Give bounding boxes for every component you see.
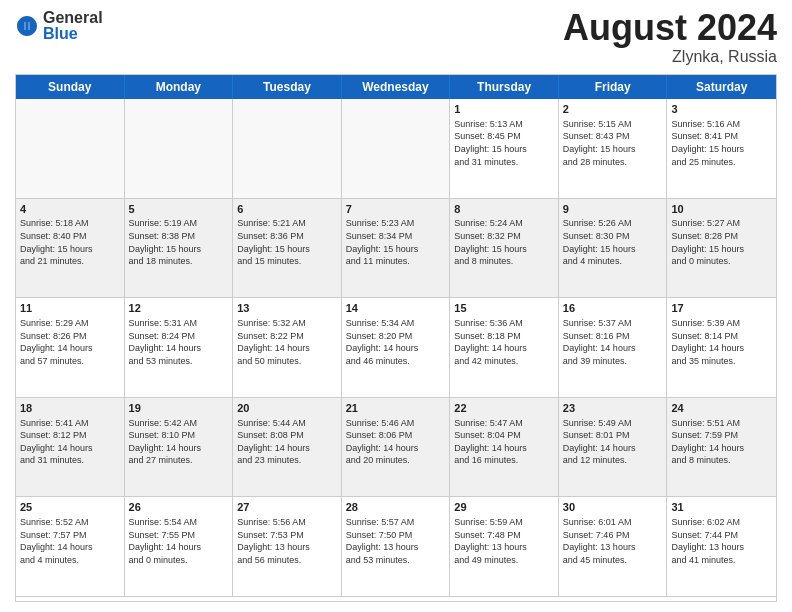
- day-info: Sunrise: 5:27 AM Sunset: 8:28 PM Dayligh…: [671, 217, 772, 267]
- page: General Blue August 2024 Zlynka, Russia …: [0, 0, 792, 612]
- day-number: 25: [20, 500, 120, 515]
- title-location: Zlynka, Russia: [563, 48, 777, 66]
- day-number: 11: [20, 301, 120, 316]
- day-number: 29: [454, 500, 554, 515]
- day-number: 14: [346, 301, 446, 316]
- logo-blue-text: Blue: [43, 26, 103, 42]
- header: General Blue August 2024 Zlynka, Russia: [15, 10, 777, 66]
- calendar-cell: 11Sunrise: 5:29 AM Sunset: 8:26 PM Dayli…: [16, 298, 125, 398]
- day-number: 2: [563, 102, 663, 117]
- day-info: Sunrise: 5:54 AM Sunset: 7:55 PM Dayligh…: [129, 516, 229, 566]
- day-number: 31: [671, 500, 772, 515]
- day-number: 15: [454, 301, 554, 316]
- day-info: Sunrise: 5:59 AM Sunset: 7:48 PM Dayligh…: [454, 516, 554, 566]
- calendar-cell: 28Sunrise: 5:57 AM Sunset: 7:50 PM Dayli…: [342, 497, 451, 597]
- calendar-cell: 16Sunrise: 5:37 AM Sunset: 8:16 PM Dayli…: [559, 298, 668, 398]
- day-info: Sunrise: 5:24 AM Sunset: 8:32 PM Dayligh…: [454, 217, 554, 267]
- calendar-cell: 12Sunrise: 5:31 AM Sunset: 8:24 PM Dayli…: [125, 298, 234, 398]
- title-month: August 2024: [563, 10, 777, 46]
- day-number: 24: [671, 401, 772, 416]
- day-info: Sunrise: 6:01 AM Sunset: 7:46 PM Dayligh…: [563, 516, 663, 566]
- day-number: 26: [129, 500, 229, 515]
- calendar-cell: 1Sunrise: 5:13 AM Sunset: 8:45 PM Daylig…: [450, 99, 559, 199]
- day-info: Sunrise: 5:36 AM Sunset: 8:18 PM Dayligh…: [454, 317, 554, 367]
- day-info: Sunrise: 5:18 AM Sunset: 8:40 PM Dayligh…: [20, 217, 120, 267]
- calendar-cell: [125, 99, 234, 199]
- day-number: 5: [129, 202, 229, 217]
- calendar-header: Sunday Monday Tuesday Wednesday Thursday…: [16, 75, 776, 99]
- calendar-cell: 19Sunrise: 5:42 AM Sunset: 8:10 PM Dayli…: [125, 398, 234, 498]
- day-number: 20: [237, 401, 337, 416]
- day-info: Sunrise: 5:37 AM Sunset: 8:16 PM Dayligh…: [563, 317, 663, 367]
- day-info: Sunrise: 5:44 AM Sunset: 8:08 PM Dayligh…: [237, 417, 337, 467]
- calendar-cell: 30Sunrise: 6:01 AM Sunset: 7:46 PM Dayli…: [559, 497, 668, 597]
- weekday-friday: Friday: [559, 75, 668, 99]
- day-number: 23: [563, 401, 663, 416]
- day-number: 28: [346, 500, 446, 515]
- calendar-cell: 26Sunrise: 5:54 AM Sunset: 7:55 PM Dayli…: [125, 497, 234, 597]
- day-info: Sunrise: 5:21 AM Sunset: 8:36 PM Dayligh…: [237, 217, 337, 267]
- day-info: Sunrise: 6:02 AM Sunset: 7:44 PM Dayligh…: [671, 516, 772, 566]
- day-number: 7: [346, 202, 446, 217]
- calendar-cell: 17Sunrise: 5:39 AM Sunset: 8:14 PM Dayli…: [667, 298, 776, 398]
- day-number: 4: [20, 202, 120, 217]
- day-info: Sunrise: 5:41 AM Sunset: 8:12 PM Dayligh…: [20, 417, 120, 467]
- calendar-cell: [233, 99, 342, 199]
- calendar-cell: 7Sunrise: 5:23 AM Sunset: 8:34 PM Daylig…: [342, 199, 451, 299]
- calendar-cell: 15Sunrise: 5:36 AM Sunset: 8:18 PM Dayli…: [450, 298, 559, 398]
- day-number: 27: [237, 500, 337, 515]
- day-number: 3: [671, 102, 772, 117]
- day-number: 6: [237, 202, 337, 217]
- calendar-cell: [342, 99, 451, 199]
- calendar-cell: 25Sunrise: 5:52 AM Sunset: 7:57 PM Dayli…: [16, 497, 125, 597]
- day-info: Sunrise: 5:47 AM Sunset: 8:04 PM Dayligh…: [454, 417, 554, 467]
- calendar-cell: 10Sunrise: 5:27 AM Sunset: 8:28 PM Dayli…: [667, 199, 776, 299]
- day-info: Sunrise: 5:26 AM Sunset: 8:30 PM Dayligh…: [563, 217, 663, 267]
- day-info: Sunrise: 5:23 AM Sunset: 8:34 PM Dayligh…: [346, 217, 446, 267]
- weekday-saturday: Saturday: [667, 75, 776, 99]
- day-number: 9: [563, 202, 663, 217]
- day-number: 13: [237, 301, 337, 316]
- day-info: Sunrise: 5:52 AM Sunset: 7:57 PM Dayligh…: [20, 516, 120, 566]
- calendar: Sunday Monday Tuesday Wednesday Thursday…: [15, 74, 777, 602]
- day-info: Sunrise: 5:15 AM Sunset: 8:43 PM Dayligh…: [563, 118, 663, 168]
- weekday-sunday: Sunday: [16, 75, 125, 99]
- calendar-cell: 14Sunrise: 5:34 AM Sunset: 8:20 PM Dayli…: [342, 298, 451, 398]
- calendar-cell: 2Sunrise: 5:15 AM Sunset: 8:43 PM Daylig…: [559, 99, 668, 199]
- calendar-cell: 6Sunrise: 5:21 AM Sunset: 8:36 PM Daylig…: [233, 199, 342, 299]
- day-number: 12: [129, 301, 229, 316]
- calendar-cell: 4Sunrise: 5:18 AM Sunset: 8:40 PM Daylig…: [16, 199, 125, 299]
- day-info: Sunrise: 5:13 AM Sunset: 8:45 PM Dayligh…: [454, 118, 554, 168]
- calendar-cell: 5Sunrise: 5:19 AM Sunset: 8:38 PM Daylig…: [125, 199, 234, 299]
- day-number: 17: [671, 301, 772, 316]
- calendar-cell: [16, 99, 125, 199]
- day-number: 1: [454, 102, 554, 117]
- day-info: Sunrise: 5:16 AM Sunset: 8:41 PM Dayligh…: [671, 118, 772, 168]
- day-number: 10: [671, 202, 772, 217]
- day-info: Sunrise: 5:29 AM Sunset: 8:26 PM Dayligh…: [20, 317, 120, 367]
- calendar-cell: 31Sunrise: 6:02 AM Sunset: 7:44 PM Dayli…: [667, 497, 776, 597]
- day-number: 19: [129, 401, 229, 416]
- weekday-wednesday: Wednesday: [342, 75, 451, 99]
- calendar-cell: 9Sunrise: 5:26 AM Sunset: 8:30 PM Daylig…: [559, 199, 668, 299]
- day-number: 18: [20, 401, 120, 416]
- weekday-monday: Monday: [125, 75, 234, 99]
- day-number: 16: [563, 301, 663, 316]
- logo-text: General Blue: [43, 10, 103, 42]
- day-info: Sunrise: 5:56 AM Sunset: 7:53 PM Dayligh…: [237, 516, 337, 566]
- calendar-body: 1Sunrise: 5:13 AM Sunset: 8:45 PM Daylig…: [16, 99, 776, 597]
- calendar-cell: 23Sunrise: 5:49 AM Sunset: 8:01 PM Dayli…: [559, 398, 668, 498]
- day-info: Sunrise: 5:57 AM Sunset: 7:50 PM Dayligh…: [346, 516, 446, 566]
- calendar-cell: 13Sunrise: 5:32 AM Sunset: 8:22 PM Dayli…: [233, 298, 342, 398]
- calendar-cell: 8Sunrise: 5:24 AM Sunset: 8:32 PM Daylig…: [450, 199, 559, 299]
- day-info: Sunrise: 5:42 AM Sunset: 8:10 PM Dayligh…: [129, 417, 229, 467]
- calendar-cell: 29Sunrise: 5:59 AM Sunset: 7:48 PM Dayli…: [450, 497, 559, 597]
- day-info: Sunrise: 5:39 AM Sunset: 8:14 PM Dayligh…: [671, 317, 772, 367]
- title-block: August 2024 Zlynka, Russia: [563, 10, 777, 66]
- day-info: Sunrise: 5:32 AM Sunset: 8:22 PM Dayligh…: [237, 317, 337, 367]
- day-info: Sunrise: 5:49 AM Sunset: 8:01 PM Dayligh…: [563, 417, 663, 467]
- day-number: 30: [563, 500, 663, 515]
- calendar-cell: 18Sunrise: 5:41 AM Sunset: 8:12 PM Dayli…: [16, 398, 125, 498]
- calendar-cell: 24Sunrise: 5:51 AM Sunset: 7:59 PM Dayli…: [667, 398, 776, 498]
- logo-icon: [15, 14, 39, 38]
